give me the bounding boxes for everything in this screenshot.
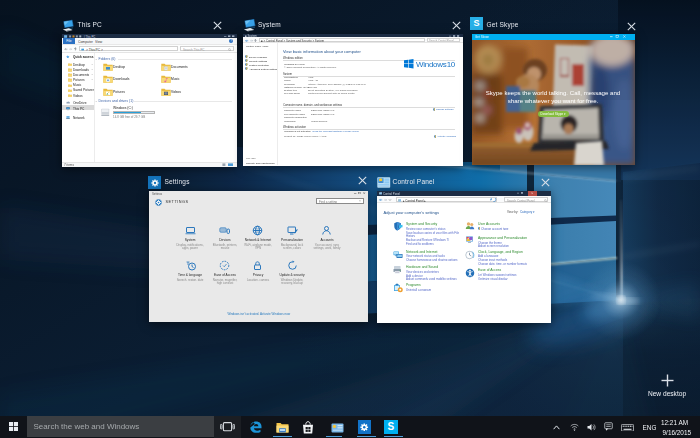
svg-text:| This PC: | This PC xyxy=(84,35,95,38)
